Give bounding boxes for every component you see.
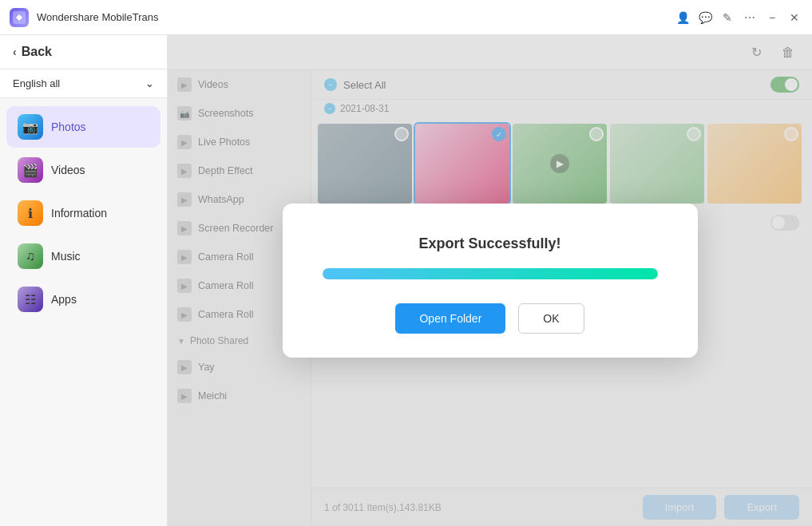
music-label: Music [51,250,81,263]
back-label: Back [22,45,52,59]
back-button[interactable]: ‹ Back [0,35,167,69]
photos-icon: 📷 [18,114,43,140]
sidebar-item-videos[interactable]: 🎬 Videos [6,149,160,191]
dialog-title: Export Successfully! [418,235,560,252]
content-area: ↻ 🗑 ▶ Videos 📷 Screenshots ▶ Live Photos [168,35,812,526]
app-title: Wondershare MobileTrans [37,11,675,23]
progress-bar-background [323,268,658,279]
back-chevron-icon: ‹ [13,45,17,58]
profile-icon[interactable]: 👤 [675,10,691,26]
language-label: English all [13,77,60,89]
videos-label: Videos [51,164,85,176]
sidebar-item-information[interactable]: ℹ Information [6,192,160,234]
sidebar-item-apps[interactable]: ☷ Apps [6,279,160,320]
app-logo [10,8,29,27]
chat-icon[interactable]: 💬 [697,10,713,26]
dialog-buttons: Open Folder OK [395,303,584,334]
sidebar: ‹ Back English all ⌄ 📷 Photos 🎬 Videos ℹ… [0,35,168,526]
language-selector[interactable]: English all ⌄ [0,69,167,98]
sidebar-item-music[interactable]: ♫ Music [6,235,160,277]
edit-icon[interactable]: ✎ [719,10,735,26]
open-folder-button[interactable]: Open Folder [395,303,505,334]
chevron-down-icon: ⌄ [145,77,154,89]
information-label: Information [51,207,107,219]
window-controls: 👤 💬 ✎ ⋯ − ✕ [675,10,802,26]
progress-bar-fill [323,268,658,279]
ok-button[interactable]: OK [518,303,584,334]
close-icon[interactable]: ✕ [786,10,802,26]
export-dialog: Export Successfully! Open Folder OK [283,204,698,358]
dialog-overlay: Export Successfully! Open Folder OK [168,35,812,526]
menu-icon[interactable]: ⋯ [742,10,758,26]
photos-label: Photos [51,121,86,133]
videos-icon: 🎬 [18,157,43,183]
sidebar-item-photos[interactable]: 📷 Photos [6,106,160,148]
nav-items: 📷 Photos 🎬 Videos ℹ Information ♫ Music … [0,98,167,526]
app-body: ‹ Back English all ⌄ 📷 Photos 🎬 Videos ℹ… [0,35,812,526]
music-icon: ♫ [18,243,43,269]
apps-icon: ☷ [18,287,43,312]
minimize-icon[interactable]: − [764,10,780,26]
information-icon: ℹ [18,200,43,226]
title-bar: Wondershare MobileTrans 👤 💬 ✎ ⋯ − ✕ [0,0,812,35]
apps-label: Apps [51,293,77,306]
